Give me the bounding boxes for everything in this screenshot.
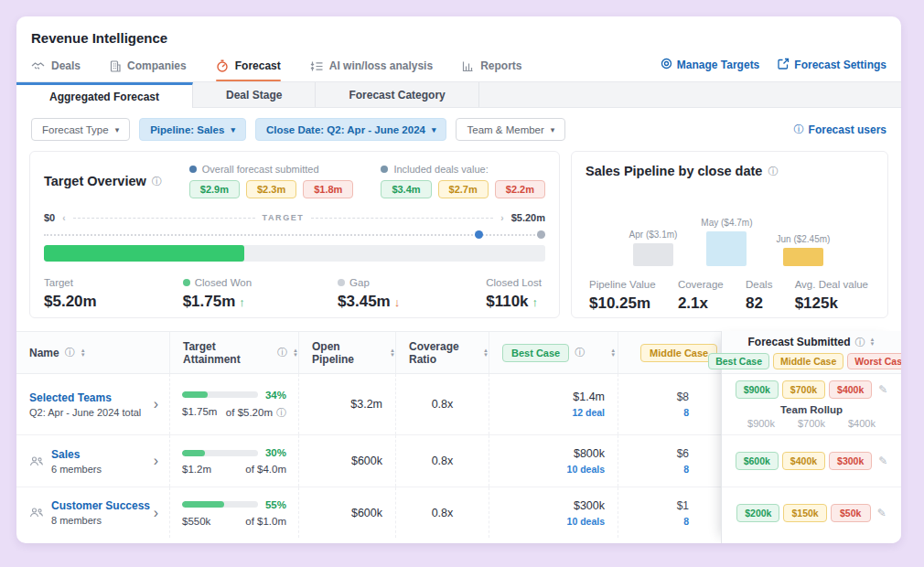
forecast-settings-button[interactable]: Forecast Settings [778, 58, 886, 72]
middle-case-chip[interactable]: Middle Case [773, 353, 843, 369]
info-icon[interactable]: ⓘ [65, 346, 75, 359]
info-icon: ⓘ [794, 123, 804, 136]
legend-label: Included deals value: [393, 164, 488, 175]
legend-dot [189, 166, 197, 173]
edit-pencil-icon[interactable]: ✎ [878, 383, 887, 396]
rollup-worst-value: $400k [848, 418, 876, 429]
worst-case-chip[interactable]: Worst Case [847, 353, 901, 369]
chevron-right-icon[interactable]: › [154, 505, 162, 521]
chevron-right-icon[interactable]: › [154, 396, 162, 412]
filter-forecast-type[interactable]: Forecast Type ▾ [31, 118, 130, 141]
submitted-middle-chip[interactable]: $400k [782, 452, 825, 470]
column-header-target-attainment[interactable]: Target Attainment ⓘ ▲▼ [170, 332, 299, 373]
open-pipeline-cell: $600k [299, 435, 396, 487]
submitted-best-chip[interactable]: $900k [736, 380, 779, 399]
submitted-middle-chip[interactable]: $700k [782, 380, 825, 399]
tab-reports[interactable]: Reports [462, 59, 521, 81]
column-header-coverage-ratio[interactable]: Coverage Ratio ▲▼ [396, 332, 489, 373]
attainment-percent: 30% [265, 447, 286, 458]
subtab-deal-stage[interactable]: Deal Stage [193, 82, 316, 107]
target-scale: $0 ‹ TARGET › $5.20m [44, 212, 545, 223]
best-case-chip[interactable]: Best Case [708, 353, 769, 369]
sort-icon[interactable]: ▲▼ [610, 348, 616, 358]
pinned-header-title: Forecast Submitted [748, 336, 851, 348]
chevron-down-icon: ▾ [231, 125, 235, 134]
submitted-worst-chip[interactable]: $300k [829, 452, 872, 470]
submitted-best-chip[interactable]: $200k [736, 504, 779, 522]
coverage-ratio-cell: 0.8x [396, 374, 489, 434]
target-progress-fill [44, 245, 244, 262]
coverage-ratio-cell: 0.8x [396, 487, 489, 538]
submitted-worst-chip[interactable]: $50k [831, 504, 871, 522]
bar-jun[interactable]: Jun ($2.45m) [776, 234, 830, 266]
info-icon[interactable]: ⓘ [768, 165, 778, 178]
filter-pipeline[interactable]: Pipeline: Sales ▾ [139, 118, 246, 141]
chevron-down-icon: ▾ [115, 125, 120, 134]
forecast-marker-dot[interactable] [475, 230, 483, 239]
deal-count-link[interactable]: 10 deals [567, 464, 605, 475]
sort-icon[interactable]: ▲▼ [81, 348, 86, 358]
filter-team-member[interactable]: Team & Member ▾ [456, 118, 565, 141]
info-icon[interactable]: ⓘ [152, 175, 162, 188]
arrow-right-icon: › [500, 213, 503, 223]
column-header-name[interactable]: Name ⓘ ▲▼ [16, 332, 170, 373]
deal-count-link[interactable]: 12 deal [572, 407, 605, 418]
middle-case-chip[interactable]: Middle Case [640, 344, 717, 362]
forecast-submitted-cell: $600k $400k $300k ✎ [722, 435, 901, 487]
column-header-best-case[interactable]: Best Case ⓘ ▲▼ [489, 332, 618, 373]
tab-forecast[interactable]: Forecast [216, 59, 281, 81]
attainment-target: of $5.20m [226, 407, 273, 418]
row-name-link[interactable]: Sales [51, 448, 102, 461]
middle-case-chip: $2.7m [438, 180, 489, 198]
column-header-open-pipeline[interactable]: Open Pipeline ▲▼ [299, 332, 396, 373]
tab-deals[interactable]: Deals [31, 59, 81, 81]
subtab-forecast-category[interactable]: Forecast Category [316, 82, 478, 107]
scale-max-label: $5.20m [511, 212, 545, 223]
sort-icon[interactable]: ▲▼ [293, 348, 298, 358]
deal-count-link[interactable]: 10 deals [567, 516, 605, 527]
row-subtitle: Q2: Apr - June 2024 total [29, 407, 141, 418]
legend-included-deals: Included deals value: $3.4m $2.7m $2.2m [381, 164, 545, 198]
submitted-middle-chip[interactable]: $150k [783, 504, 826, 522]
rollup-best-value: $900k [747, 418, 775, 429]
legend-label: Overall forecast submitted [202, 164, 319, 175]
bar-rect [706, 231, 747, 266]
manage-targets-button[interactable]: Manage Targets [661, 58, 759, 72]
sort-icon[interactable]: ▲▼ [390, 348, 395, 358]
filter-close-date[interactable]: Close Date: Q2: Apr - June 2024 ▾ [255, 118, 447, 141]
submitted-best-chip[interactable]: $600k [736, 452, 779, 470]
subtab-aggregated-forecast[interactable]: Aggregated Forecast [16, 82, 193, 108]
deal-count-link[interactable]: 8 [683, 516, 689, 527]
info-icon[interactable]: ⓘ [276, 406, 286, 420]
info-icon[interactable]: ⓘ [855, 336, 865, 349]
bar-apr[interactable]: Apr ($3.1m) [629, 230, 678, 266]
deal-count-link[interactable]: 8 [683, 407, 689, 418]
team-members-icon [29, 507, 44, 519]
chevron-right-icon[interactable]: › [154, 453, 162, 469]
target-stats: Target $5.20m Closed Won $1.75m ↑ Gap $3… [44, 277, 545, 311]
gauge-icon [216, 59, 229, 72]
best-case-chip: $2.9m [189, 180, 240, 198]
tab-ai-winloss[interactable]: AI win/loss analysis [310, 59, 433, 81]
edit-pencil-icon[interactable]: ✎ [877, 507, 886, 519]
row-name-link[interactable]: Selected Teams [29, 391, 141, 404]
deal-count-link[interactable]: 8 [683, 464, 689, 475]
subtab-label: Deal Stage [226, 89, 282, 102]
bar-may[interactable]: May ($4.7m) [701, 218, 752, 266]
subtab-label: Aggregated Forecast [49, 91, 159, 103]
info-icon[interactable]: ⓘ [277, 346, 287, 359]
edit-pencil-icon[interactable]: ✎ [878, 455, 887, 467]
row-name-link[interactable]: Customer Success [51, 499, 146, 512]
tab-companies[interactable]: Companies [110, 59, 187, 81]
app-card: Revenue Intelligence Deals Companies For… [16, 16, 901, 543]
bar-label: May ($4.7m) [701, 218, 752, 228]
best-case-chip[interactable]: Best Case [502, 344, 569, 362]
info-icon[interactable]: ⓘ [575, 346, 585, 359]
submitted-worst-chip[interactable]: $400k [829, 380, 872, 399]
tab-label: Reports [480, 59, 521, 72]
attainment-current: $550k [182, 516, 210, 527]
forecast-users-link[interactable]: ⓘ Forecast users [794, 123, 886, 136]
sort-icon[interactable]: ▲▼ [483, 348, 489, 358]
sort-icon[interactable]: ▲▼ [870, 337, 876, 347]
summary-panels: Target Overview ⓘ Overall forecast submi… [16, 146, 901, 318]
